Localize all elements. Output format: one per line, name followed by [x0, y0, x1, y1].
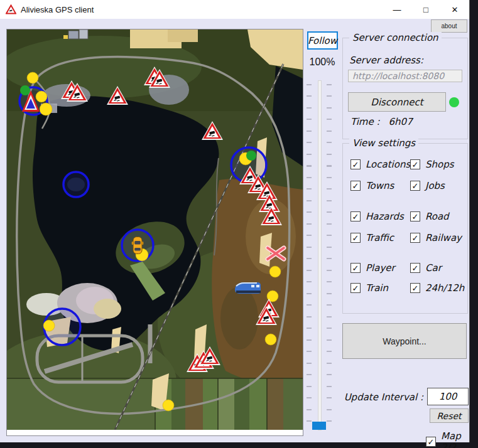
zoom-slider-thumb[interactable]	[312, 422, 326, 430]
checkbox-label: Road	[425, 211, 449, 222]
waypoint-button[interactable]: Waypoint...	[342, 323, 467, 359]
map-marker-poi	[20, 85, 30, 95]
checkbox-label: Towns	[366, 180, 394, 191]
server-address-label: Server address:	[349, 55, 423, 66]
checkbox-hazards[interactable]: Hazards	[350, 211, 404, 222]
checkbox-locations[interactable]: Locations	[350, 159, 410, 170]
checkbox-icon	[350, 233, 361, 243]
map-marker-location	[43, 320, 55, 331]
checkbox-label: Jobs	[425, 180, 445, 191]
checkbox-label: Traffic	[366, 232, 394, 243]
map-marker-train	[235, 282, 261, 294]
slider-ticks-right	[327, 84, 332, 427]
checkbox-label: Car	[425, 262, 442, 274]
map-terrain	[7, 29, 303, 430]
checkbox-label: Hazards	[366, 211, 404, 222]
checkbox-jobs[interactable]: Jobs	[410, 180, 445, 191]
time-row: Time :6h07	[350, 116, 413, 127]
minimize-button[interactable]: —	[383, 0, 411, 19]
map-toggle-label: Map 2/2	[441, 430, 469, 448]
checkbox-label: Player	[366, 262, 395, 274]
server-connection-group: Server connection Server address: Discon…	[342, 38, 468, 139]
checkbox-shops[interactable]: Shops	[410, 159, 454, 170]
zoom-slider[interactable]	[305, 80, 333, 433]
map-marker-location	[27, 72, 38, 83]
checkbox-icon	[350, 283, 361, 293]
disconnect-button[interactable]: Disconnect	[348, 92, 446, 112]
map-marker-zone	[63, 172, 89, 197]
map-marker-location	[40, 103, 52, 115]
map-marker-location	[163, 400, 174, 411]
map-marker-car	[132, 237, 143, 254]
checkbox-icon	[410, 283, 420, 293]
checkbox-icon	[350, 263, 361, 273]
checkbox-icon	[350, 211, 361, 221]
map-marker-poi	[246, 151, 256, 161]
window-title: Alivieska GPS client	[21, 5, 94, 14]
slider-ticks-left	[307, 84, 312, 427]
checkbox-icon	[410, 181, 420, 191]
checkbox-player[interactable]: Player	[350, 262, 395, 274]
checkbox-24h12h[interactable]: 24h/12h	[410, 282, 464, 294]
titlebar: Alivieska GPS client — □ ✕	[0, 0, 469, 19]
connection-status-icon	[449, 97, 459, 107]
checkbox-label: Shops	[425, 159, 454, 170]
checkbox-icon	[350, 159, 361, 169]
map-marker-location	[265, 334, 276, 345]
map-marker-location	[269, 266, 281, 277]
slider-track[interactable]	[318, 80, 322, 430]
view-settings-group: View settings Locations Shops Towns Jobs…	[342, 143, 468, 314]
update-interval-input[interactable]	[427, 388, 469, 405]
map-container[interactable]	[6, 29, 303, 436]
checkbox-label: 24h/12h	[425, 282, 464, 294]
zoom-level-label: 100%	[307, 56, 337, 68]
about-button[interactable]: about	[431, 19, 467, 33]
checkbox-icon	[410, 233, 420, 243]
checkbox-road[interactable]: Road	[410, 211, 449, 222]
time-label: Time :	[350, 116, 380, 127]
checkbox-icon	[410, 159, 420, 169]
checkbox-icon	[426, 437, 436, 447]
close-button[interactable]: ✕	[440, 0, 469, 19]
checkbox-train[interactable]: Train	[350, 282, 388, 294]
map-marker-location	[36, 91, 47, 102]
update-interval-label: Update Interval :	[339, 392, 423, 403]
follow-button[interactable]: Follow	[307, 31, 338, 50]
checkbox-icon	[350, 181, 361, 191]
window-controls: — □ ✕	[383, 0, 469, 19]
checkbox-label: Train	[366, 282, 388, 294]
checkbox-label: Railway	[425, 232, 462, 243]
checkbox-traffic[interactable]: Traffic	[350, 232, 394, 243]
checkbox-label: Locations	[366, 159, 410, 170]
app-window: Alivieska GPS client — □ ✕	[0, 0, 470, 442]
server-address-input[interactable]	[348, 70, 462, 82]
checkbox-icon	[410, 211, 420, 221]
app-warning-triangle-icon	[6, 4, 16, 14]
checkbox-map-toggle[interactable]: Map 2/2	[426, 430, 469, 448]
server-connection-label: Server connection	[349, 32, 442, 43]
view-settings-label: View settings	[349, 137, 418, 149]
reset-button[interactable]: Reset	[430, 408, 469, 423]
checkbox-railway[interactable]: Railway	[410, 232, 462, 243]
map-image[interactable]	[7, 29, 303, 430]
checkbox-car[interactable]: Car	[410, 262, 442, 274]
maximize-button[interactable]: □	[411, 0, 440, 19]
checkbox-icon	[410, 263, 420, 273]
checkbox-towns[interactable]: Towns	[350, 180, 394, 191]
time-value: 6h07	[389, 116, 413, 127]
